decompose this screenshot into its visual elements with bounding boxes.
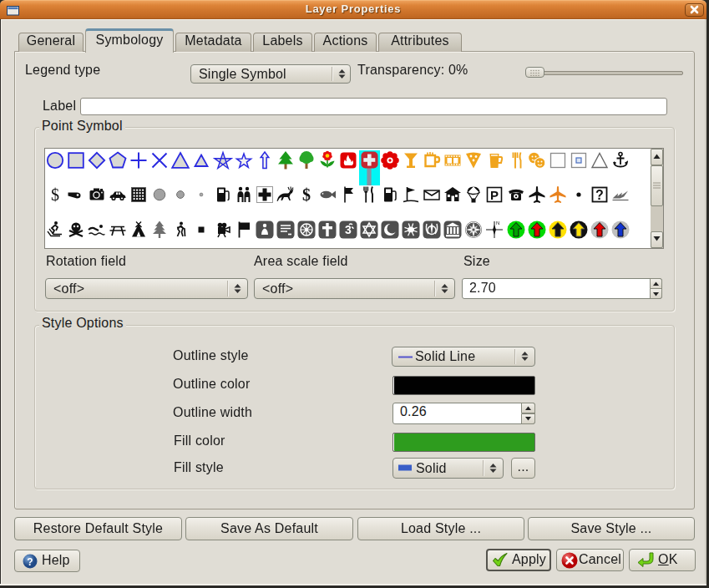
svg-text:P: P (490, 188, 499, 202)
svg-text:?: ? (27, 556, 33, 568)
svg-text:N: N (496, 220, 500, 226)
svg-text:$: $ (51, 185, 59, 204)
svg-text:3: 3 (345, 223, 352, 236)
svg-text:$: $ (302, 185, 311, 204)
svg-text:?: ? (595, 188, 604, 202)
